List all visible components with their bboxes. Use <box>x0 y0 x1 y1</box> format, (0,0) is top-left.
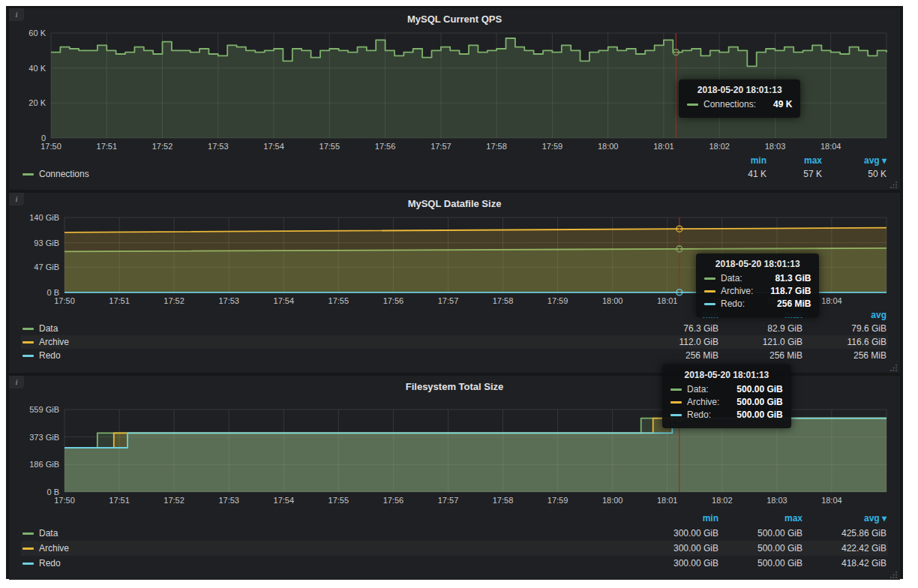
legend-label: Archive <box>39 337 69 347</box>
svg-text:17:54: 17:54 <box>263 142 284 151</box>
svg-text:17:51: 17:51 <box>109 496 130 505</box>
stat-max: 256 MiB <box>720 349 804 362</box>
legend-item-redo[interactable]: Redo <box>21 349 636 362</box>
svg-text:18:04: 18:04 <box>820 142 842 151</box>
stat-min: 300.00 GiB <box>636 541 720 556</box>
series-color-dash <box>22 173 34 176</box>
tooltip-row: Archive: 118.7 GiB <box>704 286 811 296</box>
svg-text:17:57: 17:57 <box>438 496 459 505</box>
panel-title[interactable]: MySQL Current QPS <box>16 11 892 28</box>
chart-tooltip-datafile: 2018-05-20 18:01:13 Data: 81.3 GiB Archi… <box>696 254 819 317</box>
tooltip-row: Archive: 500.00 GiB <box>670 397 783 407</box>
tooltip-series-value: 256 MiB <box>765 298 811 309</box>
panel-info-icon[interactable]: i <box>9 376 24 388</box>
panel-info-icon[interactable]: i <box>9 8 24 21</box>
svg-text:17:55: 17:55 <box>328 296 350 305</box>
series-color-dash <box>670 414 682 416</box>
legend-header-min[interactable]: min <box>712 154 768 167</box>
tooltip-row: Connections: 49 K <box>687 99 792 110</box>
stat-max: 500.00 GiB <box>720 526 804 541</box>
svg-text:17:59: 17:59 <box>548 496 568 505</box>
legend-header-avg[interactable]: avg ▾ <box>824 154 888 167</box>
legend-header-min[interactable]: min <box>636 511 720 526</box>
stat-max: 82.9 GiB <box>720 322 804 335</box>
tooltip-series-label: Archive: <box>721 286 753 296</box>
tooltip-series-value: 49 K <box>761 99 792 110</box>
svg-text:18:04: 18:04 <box>821 496 842 505</box>
series-color-dash <box>687 104 698 106</box>
svg-text:47 GiB: 47 GiB <box>34 262 59 272</box>
stat-max: 500.00 GiB <box>720 556 804 571</box>
svg-text:18:01: 18:01 <box>657 296 678 305</box>
svg-text:17:52: 17:52 <box>164 496 184 505</box>
svg-text:17:51: 17:51 <box>109 296 130 305</box>
stat-min: 41 K <box>712 167 768 181</box>
legend-header-max[interactable]: max <box>720 511 804 526</box>
series-color-dash <box>704 290 716 292</box>
series-color-dash <box>22 355 34 357</box>
legend-item-data[interactable]: Data <box>21 526 636 541</box>
legend-label: Archive <box>39 543 69 554</box>
svg-text:18:01: 18:01 <box>657 496 678 505</box>
panel-resize-handle[interactable] <box>890 364 898 371</box>
svg-text:18:00: 18:00 <box>602 496 623 505</box>
legend-item-archive[interactable]: Archive <box>21 541 636 556</box>
svg-text:17:52: 17:52 <box>152 142 173 151</box>
chart-tooltip-qps: 2018-05-20 18:01:13 Connections: 49 K <box>679 80 800 118</box>
panel-title[interactable]: MySQL Datafile Size <box>16 196 892 212</box>
svg-text:559 GiB: 559 GiB <box>29 405 59 414</box>
svg-text:20 K: 20 K <box>28 98 46 107</box>
stat-avg: 418.42 GiB <box>804 556 888 571</box>
svg-text:17:57: 17:57 <box>438 296 459 305</box>
series-color-dash <box>22 548 34 550</box>
series-color-dash <box>704 303 716 305</box>
svg-text:17:53: 17:53 <box>208 142 229 151</box>
legend-header-avg[interactable]: avg ▾ <box>804 511 888 526</box>
svg-text:17:50: 17:50 <box>54 296 75 305</box>
legend-item-connections[interactable]: Connections <box>21 167 712 181</box>
series-color-dash <box>22 532 34 535</box>
tooltip-row: Data: 81.3 GiB <box>704 273 811 284</box>
svg-text:17:56: 17:56 <box>383 496 404 505</box>
svg-text:140 GiB: 140 GiB <box>29 213 59 222</box>
panel-resize-handle[interactable] <box>890 571 898 578</box>
series-color-dash <box>22 341 34 344</box>
series-color-dash <box>670 401 682 404</box>
panel-resize-handle[interactable] <box>890 181 898 188</box>
svg-text:18:02: 18:02 <box>712 496 733 505</box>
svg-text:60 K: 60 K <box>28 28 46 38</box>
tooltip-row: Data: 500.00 GiB <box>670 384 783 394</box>
tooltip-series-value: 500.00 GiB <box>724 397 782 407</box>
filesystem-legend-table: min max avg ▾ Data 300.00 GiB 500.00 GiB… <box>16 510 892 571</box>
panel-info-icon[interactable]: i <box>9 193 24 206</box>
svg-text:17:58: 17:58 <box>493 296 514 305</box>
svg-text:17:59: 17:59 <box>548 296 568 305</box>
stat-max: 500.00 GiB <box>720 541 804 556</box>
series-color-dash <box>22 328 34 330</box>
stat-min: 112.0 GiB <box>636 335 720 349</box>
stat-avg: 425.86 GiB <box>804 526 888 541</box>
tooltip-series-value: 81.3 GiB <box>763 273 811 284</box>
legend-item-redo[interactable]: Redo <box>21 556 636 571</box>
svg-text:17:59: 17:59 <box>542 142 563 151</box>
svg-text:17:52: 17:52 <box>164 296 184 305</box>
svg-text:40 K: 40 K <box>28 64 46 73</box>
svg-text:17:55: 17:55 <box>320 142 340 151</box>
svg-text:17:50: 17:50 <box>54 496 75 505</box>
tooltip-series-label: Archive: <box>687 397 719 407</box>
legend-item-archive[interactable]: Archive <box>21 335 636 349</box>
qps-legend-table: min max avg ▾ Connections 41 K 57 K 50 K <box>16 153 892 181</box>
svg-text:17:56: 17:56 <box>375 142 396 151</box>
svg-text:17:54: 17:54 <box>274 296 295 305</box>
stat-min: 256 MiB <box>636 349 720 362</box>
svg-text:18:02: 18:02 <box>709 142 730 151</box>
svg-text:17:50: 17:50 <box>40 142 62 151</box>
svg-text:18:00: 18:00 <box>598 142 619 151</box>
svg-text:17:56: 17:56 <box>383 296 404 305</box>
legend-header-max[interactable]: max <box>768 154 824 167</box>
tooltip-series-value: 500.00 GiB <box>724 384 782 394</box>
svg-text:17:55: 17:55 <box>328 496 350 505</box>
grafana-dashboard: i MySQL Current QPS 020 K40 K60 K17:5017… <box>6 6 903 579</box>
tooltip-series-label: Redo: <box>687 410 711 420</box>
legend-item-data[interactable]: Data <box>21 322 636 335</box>
